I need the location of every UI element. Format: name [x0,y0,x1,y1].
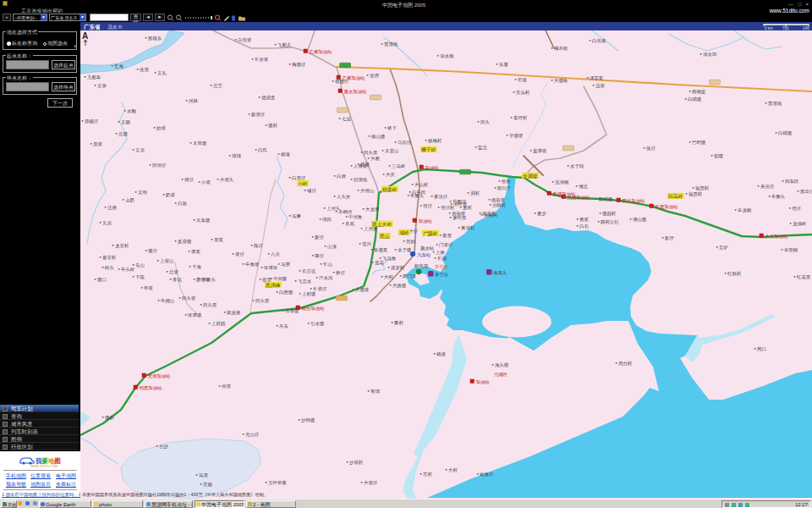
svg-text:美注仔: 美注仔 [760,184,775,190]
svg-text:梵境加油站: 梵境加油站 [148,373,172,379]
svg-text:加油站: 加油站 [476,379,491,384]
svg-text:白坟城: 白坟城 [592,38,606,44]
svg-text:杨梅村: 杨梅村 [427,138,442,144]
svg-text:寄球: 寄球 [370,389,380,394]
svg-text:左村: 左村 [423,472,432,478]
svg-text:佛山塘: 佛山塘 [633,217,647,223]
svg-text:猫婆岭: 猫婆岭 [382,187,398,193]
svg-text:大塘铁: 大塘铁 [554,78,568,84]
svg-text:黄屋: 黄屋 [442,233,452,238]
svg-text:北境: 北境 [107,205,117,211]
svg-text:A: A [82,31,88,41]
svg-text:长山: 长山 [323,262,332,267]
svg-text:棋母: 棋母 [281,152,290,157]
svg-text:塘村: 塘村 [267,123,277,129]
svg-text:原坡: 原坡 [93,141,102,146]
svg-text:白氏: 白氏 [258,147,267,153]
svg-text:长湖: 长湖 [437,256,447,261]
svg-text:埔仔: 埔仔 [306,188,316,194]
svg-text:大庆: 大庆 [386,172,395,177]
svg-text:北塘: 北塘 [118,131,128,137]
svg-text:德波度: 德波度 [261,95,276,101]
svg-text:台沙: 台沙 [159,444,168,450]
svg-text:石古坑: 石古坑 [302,268,316,274]
svg-text:盐北: 盐北 [478,145,487,151]
svg-text:影厅: 影厅 [665,235,674,240]
svg-text:广陇岭: 广陇岭 [423,230,438,237]
svg-text:鱼塘尾: 鱼塘尾 [374,247,388,253]
svg-text:原砚仔: 原砚仔 [85,119,99,124]
svg-text:文员: 文员 [135,147,145,152]
svg-text:晨尾: 晨尾 [579,217,589,222]
svg-text:小岭: 小岭 [298,181,308,186]
svg-text:李圩村: 李圩村 [513,115,528,121]
svg-text:恩山: 恩山 [379,234,390,239]
svg-text:先山: 先山 [135,262,145,268]
svg-text:云炉: 云炉 [719,245,728,250]
svg-text:那校东: 那校东 [148,36,162,41]
svg-text:引水塘: 引水塘 [310,321,325,327]
svg-text:新屋仔: 新屋仔 [251,112,266,118]
svg-text:文俊: 文俊 [97,83,107,88]
svg-text:金塘墟: 金塘墟 [523,174,538,179]
svg-text:青坑: 青坑 [173,277,182,283]
svg-text:香甘村: 香甘村 [102,255,117,261]
svg-text:北立: 北立 [212,83,222,89]
svg-text:沙狗塘: 沙狗塘 [301,417,315,423]
svg-text:福票村: 福票村 [689,191,703,197]
svg-text:始坡: 始坡 [156,125,166,131]
svg-text:茅叶屋: 茅叶屋 [453,215,467,220]
svg-text:县底: 县底 [345,221,354,226]
svg-text:珍珠塘: 珍珠塘 [187,312,202,318]
svg-text:旧屋地: 旧屋地 [354,177,368,182]
svg-text:蓝珠坡: 蓝珠坡 [533,148,547,153]
svg-text:巴时塘: 巴时塘 [692,140,706,146]
svg-text:夏步: 夏步 [537,211,546,217]
svg-text:塘仔: 塘仔 [147,248,157,254]
svg-text:檬木根: 檬木根 [554,46,568,51]
svg-text:泽官尾: 泽官尾 [590,75,604,80]
svg-text:人食坡: 人食坡 [354,163,368,168]
svg-text:狮子岭: 狮子岭 [421,146,436,152]
svg-text:南山塘: 南山塘 [371,134,386,140]
svg-text:红联村: 红联村 [727,271,742,277]
svg-text:大路塘: 大路塘 [392,283,407,289]
svg-text:沙坡村: 沙坡村 [349,460,364,466]
svg-text:龙须岭: 龙须岭 [793,221,807,226]
svg-text:张仔: 张仔 [646,146,656,152]
svg-text:绵田: 绵田 [322,217,332,223]
svg-text:上村塘: 上村塘 [302,291,316,297]
svg-text:周台村: 周台村 [618,361,633,367]
svg-text:陈村堡: 陈村堡 [599,196,613,202]
svg-text:边坡: 边坡 [595,83,605,88]
svg-text:珠尾: 珠尾 [191,249,200,254]
svg-text:文贞: 文贞 [102,220,112,225]
svg-text:长发坡: 长发坡 [255,57,269,62]
svg-text:蒋深村: 蒋深村 [461,225,475,231]
svg-text:屋尾: 屋尾 [214,237,223,242]
svg-text:梧桐室: 梧桐室 [691,89,706,95]
svg-text:惠水加油站: 惠水加油站 [343,89,368,94]
svg-text:塘口: 塘口 [96,277,107,283]
svg-text:大村: 大村 [384,274,393,280]
svg-text:河林: 河林 [189,98,198,103]
svg-text:大龙潭: 大龙潭 [365,207,380,212]
svg-text:水子塘: 水子塘 [398,247,412,253]
svg-text:两村公社: 两村公社 [601,219,619,225]
svg-text:乙烯加油站: 乙烯加油站 [343,75,366,80]
svg-text:大石加油站: 大石加油站 [765,234,789,240]
svg-text:闸口: 闸口 [757,346,766,352]
svg-text:WWW.51DITU.COM: WWW.51DITU.COM [30,465,58,468]
svg-text:明恩加油站: 明恩加油站 [140,385,163,390]
svg-text:么奶: 么奶 [125,197,134,203]
svg-text:大塘坡: 大塘坡 [355,287,370,293]
svg-text:汗水沟: 汗水沟 [319,275,332,281]
svg-text:货兴: 货兴 [362,241,371,246]
svg-text:银角仔: 银角仔 [479,472,494,478]
svg-text:光山仔: 光山仔 [245,432,260,438]
svg-text:洗净铜: 洗净铜 [555,179,569,185]
svg-text:深水珥: 深水珥 [703,52,717,57]
svg-text:东寨: 东寨 [498,62,508,67]
svg-text:上河头: 上河头 [326,206,341,211]
svg-text:四马岭: 四马岭 [668,194,683,200]
